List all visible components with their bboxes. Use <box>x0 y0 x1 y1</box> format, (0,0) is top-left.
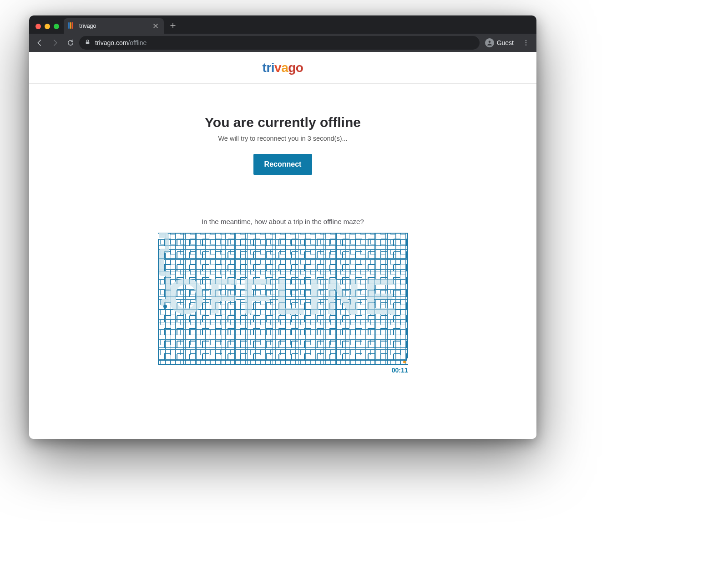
profile-label: Guest <box>497 39 514 46</box>
window-close-icon[interactable] <box>35 24 41 29</box>
offline-message: You are currently offline We will try to… <box>29 84 536 175</box>
trivago-logo: trivago <box>263 61 303 75</box>
logo-seg-a: a <box>281 61 288 75</box>
new-tab-button[interactable] <box>167 19 179 32</box>
reconnect-button[interactable]: Reconnect <box>253 154 313 175</box>
trivago-favicon-icon <box>68 22 76 30</box>
browser-menu-button[interactable] <box>519 36 533 50</box>
browser-window: trivago trivago.com/offline <box>29 15 536 439</box>
svg-point-2 <box>526 40 526 41</box>
reload-button[interactable] <box>64 36 77 50</box>
site-header: trivago <box>29 52 536 84</box>
browser-tab[interactable]: trivago <box>64 18 164 34</box>
maze-timer: 00:11 <box>158 367 408 374</box>
maze-exit-dot <box>403 361 406 363</box>
guest-avatar-icon <box>485 38 494 47</box>
window-minimize-icon[interactable] <box>45 24 50 29</box>
window-controls <box>34 24 64 34</box>
logo-seg-tri: tri <box>263 61 275 75</box>
forward-button[interactable] <box>48 36 62 50</box>
offline-subtext: We will try to reconnect you in 3 second… <box>29 135 536 142</box>
svg-point-4 <box>526 44 526 45</box>
profile-button[interactable]: Guest <box>481 36 517 50</box>
maze-game[interactable]: OFFLINE <box>158 233 408 365</box>
url-host: trivago.com <box>95 39 128 46</box>
maze-graphic: OFFLINE <box>158 233 408 365</box>
svg-rect-0 <box>86 41 90 44</box>
url-path: /offline <box>128 39 147 46</box>
lock-icon <box>85 39 91 46</box>
browser-toolbar: trivago.com/offline Guest <box>29 34 536 52</box>
svg-rect-8 <box>158 233 408 364</box>
window-fullscreen-icon[interactable] <box>54 24 59 29</box>
address-bar[interactable]: trivago.com/offline <box>79 36 480 50</box>
svg-point-1 <box>488 41 490 43</box>
svg-point-3 <box>526 42 526 43</box>
tab-strip: trivago <box>29 15 536 34</box>
url-text: trivago.com/offline <box>95 39 147 46</box>
back-button[interactable] <box>33 36 46 50</box>
close-tab-icon[interactable] <box>152 22 159 30</box>
tab-title: trivago <box>79 23 148 29</box>
logo-seg-go: go <box>288 61 303 75</box>
logo-seg-v: v <box>274 61 281 75</box>
maze-caption: In the meantime, how about a trip in the… <box>29 218 536 225</box>
offline-heading: You are currently offline <box>29 115 536 130</box>
page-content: trivago You are currently offline We wil… <box>29 52 536 439</box>
